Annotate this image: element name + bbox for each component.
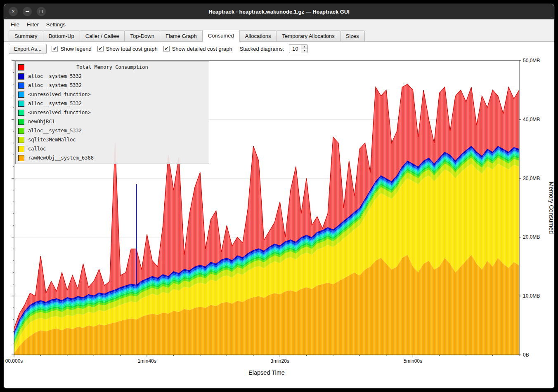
svg-text:10,0MB: 10,0MB [523, 293, 540, 299]
spinbox-buttons: ▲ ▼ [301, 45, 307, 53]
chart-legend: Total Memory Consumptionalloc__system_53… [15, 61, 209, 164]
spin-down-button[interactable]: ▼ [301, 49, 307, 53]
menu-filter[interactable]: Filter [23, 20, 43, 29]
legend-row: rawNewObj__system_6388 [16, 153, 209, 162]
spinbox-value: 10 [289, 45, 301, 53]
tab-temporary-allocations[interactable]: Temporary Allocations [277, 31, 340, 42]
legend-label: calloc [28, 146, 46, 152]
checkbox-box: ✔ [163, 46, 170, 52]
legend-label: newObjRC1 [28, 119, 55, 124]
window-title: Heaptrack - heaptrack.wakunode.1.gz — He… [4, 9, 554, 15]
tab-bottom-up[interactable]: Bottom-Up [43, 31, 80, 42]
legend-swatch [18, 119, 24, 125]
stacked-diagrams-label: Stacked diagrams: [240, 46, 284, 52]
svg-text:20,0MB: 20,0MB [523, 234, 540, 240]
legend-label: Total Memory Consumption [28, 64, 196, 70]
export-as-button[interactable]: Export As... [9, 44, 47, 54]
stacked-diagrams-spinbox[interactable]: 10 ▲ ▼ [289, 44, 308, 53]
legend-row: sqlite3MemMalloc [16, 135, 209, 144]
legend-label: alloc__system_5332 [28, 82, 82, 88]
legend-swatch [18, 92, 24, 98]
maximize-icon [40, 10, 43, 13]
legend-row: calloc [16, 144, 209, 153]
menu-file[interactable]: File [7, 20, 23, 29]
close-icon: × [12, 9, 14, 14]
svg-text:3min20s: 3min20s [271, 358, 289, 364]
svg-text:5min00s: 5min00s [404, 358, 422, 364]
legend-label: alloc__system_5332 [28, 101, 82, 106]
checkbox-label: Show legend [60, 46, 91, 52]
legend-label: sqlite3MemMalloc [28, 137, 76, 143]
legend-label: rawNewObj__system_6388 [28, 155, 94, 161]
legend-swatch [18, 110, 24, 116]
titlebar: × Heaptrack - heaptrack.wakunode.1.gz — … [4, 4, 554, 19]
legend-swatch [18, 137, 24, 143]
legend-swatch [18, 155, 24, 161]
tab-flame-graph[interactable]: Flame Graph [160, 31, 203, 42]
svg-text:30,0MB: 30,0MB [523, 176, 540, 181]
checkbox-label: Show detailed cost graph [172, 46, 232, 52]
legend-title-row: Total Memory Consumption [16, 63, 209, 72]
svg-text:00.000s: 00.000s [5, 358, 23, 364]
menu-settings[interactable]: Settings [43, 20, 69, 29]
x-axis-title: Elapsed Time [248, 369, 285, 376]
tab-top-down[interactable]: Top-Down [124, 31, 160, 42]
minimize-button[interactable] [23, 7, 32, 16]
legend-row: alloc__system_5332 [16, 81, 209, 90]
heaptrack-window: × Heaptrack - heaptrack.wakunode.1.gz — … [3, 3, 555, 389]
svg-text:50,0MB: 50,0MB [523, 58, 540, 63]
svg-text:40,0MB: 40,0MB [523, 117, 540, 122]
window-controls: × [9, 7, 46, 16]
legend-swatch [18, 128, 24, 134]
checkbox-box: ✔ [52, 46, 58, 52]
tab-bar: SummaryBottom-UpCaller / CalleeTop-DownF… [4, 29, 554, 42]
svg-text:0B: 0B [523, 352, 529, 358]
checkbox-show-legend[interactable]: ✔Show legend [52, 46, 91, 52]
legend-swatch [18, 82, 24, 89]
legend-row: alloc__system_5332 [16, 126, 209, 135]
minimize-icon [26, 11, 29, 12]
checkbox-label: Show total cost graph [106, 46, 158, 52]
tab-sizes[interactable]: Sizes [340, 31, 365, 42]
checkbox-show-total-cost-graph[interactable]: ✔Show total cost graph [97, 46, 158, 52]
legend-label: <unresolved function> [28, 110, 91, 115]
checkbox-show-detailed-cost-graph[interactable]: ✔Show detailed cost graph [163, 46, 232, 52]
legend-label: alloc__system_5332 [28, 73, 82, 79]
close-button[interactable]: × [9, 7, 18, 16]
legend-swatch [18, 146, 24, 152]
spin-up-button[interactable]: ▲ [301, 45, 307, 49]
legend-row: newObjRC1 [16, 117, 209, 126]
legend-label: <unresolved function> [28, 92, 91, 97]
maximize-button[interactable] [37, 7, 46, 16]
chart-area: 00.000s1min40s3min20s5min00s0B10,0MB20,0… [4, 56, 554, 389]
legend-swatch [18, 101, 24, 107]
legend-swatch [18, 64, 24, 70]
toolbar-checkboxes: ✔Show legend✔Show total cost graph✔Show … [52, 46, 232, 52]
legend-row: <unresolved function> [16, 90, 209, 99]
legend-label: alloc__system_5332 [28, 128, 82, 134]
svg-text:1min40s: 1min40s [137, 358, 156, 364]
legend-row: alloc__system_5332 [16, 72, 209, 81]
menubar: FileFilterSettings [4, 19, 554, 29]
checkbox-box: ✔ [97, 46, 104, 52]
legend-row: alloc__system_5332 [16, 99, 209, 108]
legend-swatch [18, 73, 24, 80]
tab-caller-callee[interactable]: Caller / Callee [80, 31, 125, 42]
toolbar: Export As... ✔Show legend✔Show total cos… [4, 42, 554, 56]
tab-summary[interactable]: Summary [9, 31, 43, 42]
tab-allocations[interactable]: Allocations [239, 31, 277, 42]
y-axis-title: Memory Consumed [548, 182, 555, 234]
legend-row: <unresolved function> [16, 108, 209, 117]
tab-consumed[interactable]: Consumed [202, 30, 240, 42]
